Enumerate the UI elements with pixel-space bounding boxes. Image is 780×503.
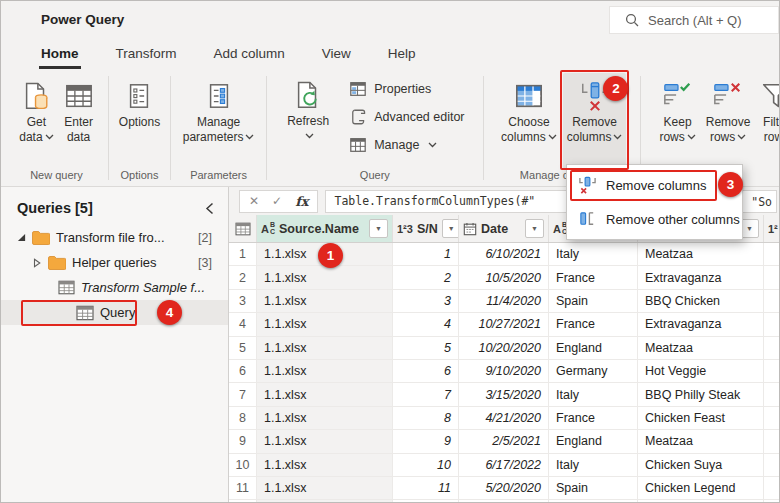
- menu-item-label: Remove columns: [606, 178, 706, 193]
- chevron-down-icon: [687, 134, 696, 140]
- table-cell: England: [549, 337, 638, 359]
- manage-parameters-button[interactable]: Manageparameters: [179, 73, 259, 169]
- table-cell: 1.1.xlsx: [257, 383, 393, 405]
- get-data-button[interactable]: Getdata: [15, 73, 57, 169]
- enter-data-button[interactable]: Enterdata: [60, 73, 98, 169]
- table-cell: [764, 383, 779, 405]
- tree-item-transform-sample[interactable]: Transform Sample f...: [1, 275, 228, 300]
- expanded-arrow-icon[interactable]: [16, 233, 26, 242]
- table-cell: 1.1.xlsx: [257, 337, 393, 359]
- tree-item-label: Transform file fro...: [56, 230, 165, 245]
- remove-other-columns-icon: [578, 210, 597, 229]
- tree-item-query[interactable]: Query 4: [1, 300, 228, 325]
- table-cell: [764, 454, 779, 476]
- table-cell: 1.1.xlsx: [257, 477, 393, 499]
- table-cell: BBQ Chicken: [638, 290, 764, 312]
- filter-icon: [760, 77, 780, 115]
- remove-columns-button[interactable]: Removecolumns 2: [563, 73, 627, 169]
- table-row[interactable]: 41.1.xlsx410/27/2021FranceExtravaganza: [229, 313, 779, 336]
- options-button[interactable]: Options: [115, 73, 164, 169]
- advanced-editor-button[interactable]: Advanced editor: [345, 104, 468, 129]
- tab-view[interactable]: View: [322, 46, 351, 61]
- table-cell: 11: [393, 477, 459, 499]
- table-cell: Meatzaa: [638, 430, 764, 452]
- table-row[interactable]: 101.1.xlsx106/17/2022ItalyChicken Suya: [229, 454, 779, 477]
- table-row[interactable]: 11.1.xlsx16/10/2021ItalyMeatzaa: [229, 243, 779, 266]
- table-cell: [764, 313, 779, 335]
- table-row[interactable]: 91.1.xlsx92/5/2021EnglandMeatzaa: [229, 430, 779, 453]
- properties-button[interactable]: Properties: [345, 76, 468, 101]
- table-cell: 11/4/2020: [459, 290, 549, 312]
- tree-item-label: Transform Sample f...: [81, 280, 205, 295]
- refresh-icon: [293, 76, 323, 114]
- chevron-down-icon: [613, 134, 622, 140]
- table-cell: 10: [393, 454, 459, 476]
- ribbon-group-parameters: Manageparameters Parameters: [171, 68, 266, 186]
- chevron-down-icon: [245, 134, 254, 140]
- tab-transform[interactable]: Transform: [116, 46, 177, 61]
- grid-body: 11.1.xlsx16/10/2021ItalyMeatzaa21.1.xlsx…: [229, 243, 779, 502]
- table-cell: 1: [229, 243, 257, 265]
- tree-item-transform-file-folder[interactable]: Transform file fro... [2]: [1, 225, 228, 250]
- select-all-cell[interactable]: [229, 215, 257, 242]
- table-cell: 2: [393, 266, 459, 288]
- refresh-button[interactable]: Refresh: [281, 76, 335, 169]
- table-cell: Hot Veggie: [638, 360, 764, 382]
- table-row[interactable]: 51.1.xlsx510/20/2020EnglandMeatzaa: [229, 337, 779, 360]
- table-row[interactable]: 31.1.xlsx311/4/2020SpainBBQ Chicken: [229, 290, 779, 313]
- options-icon: [125, 77, 153, 115]
- titlebar: Power Query Search (Alt + Q): [1, 1, 779, 39]
- search-input[interactable]: Search (Alt + Q): [609, 6, 779, 34]
- column-header-extra[interactable]: 1²: [764, 215, 779, 242]
- table-row[interactable]: 111.1.xlsx115/20/2020SpainChicken Legend: [229, 477, 779, 500]
- table-cell: [257, 500, 393, 502]
- table-row[interactable]: [229, 500, 779, 502]
- table-cell: [764, 407, 779, 429]
- ribbon-tabs: Home Transform Add column View Help: [1, 39, 779, 68]
- manage-button[interactable]: Manage: [345, 132, 468, 157]
- cancel-icon[interactable]: ✕: [249, 194, 259, 208]
- column-header-date[interactable]: Date ▼: [459, 215, 549, 242]
- annotation-badge-2: 2: [603, 76, 628, 101]
- table-row[interactable]: 21.1.xlsx210/5/2020FranceExtravaganza: [229, 266, 779, 289]
- table-row[interactable]: 81.1.xlsx84/21/2020FranceChicken Feast: [229, 407, 779, 430]
- table-cell: 10/27/2021: [459, 313, 549, 335]
- menu-item-remove-columns[interactable]: Remove columns 3: [567, 168, 742, 202]
- table-cell: 8: [393, 407, 459, 429]
- filter-dropdown-icon[interactable]: ▼: [442, 219, 459, 238]
- filter-rows-button[interactable]: Filterrows: [756, 73, 780, 186]
- table-cell: Chicken Legend: [638, 477, 764, 499]
- tree-item-label: Helper queries: [72, 255, 157, 270]
- collapse-panel-button[interactable]: [205, 202, 214, 215]
- table-cell: 6/10/2021: [459, 243, 549, 265]
- table-cell: 9/10/2020: [459, 360, 549, 382]
- column-header-sn[interactable]: 1²3 S/N ▼: [393, 215, 459, 242]
- folder-icon: [48, 256, 66, 270]
- choose-columns-button[interactable]: Choosecolumns: [497, 73, 561, 169]
- folder-icon: [32, 231, 50, 245]
- commit-icon[interactable]: ✓: [272, 194, 282, 208]
- filter-dropdown-icon[interactable]: ▼: [525, 219, 544, 238]
- table-cell: [764, 290, 779, 312]
- group-label-options: Options: [109, 169, 170, 186]
- table-cell: 5/20/2020: [459, 477, 549, 499]
- table-row[interactable]: 71.1.xlsx73/15/2020ItalyBBQ Philly Steak: [229, 383, 779, 406]
- table-row[interactable]: 61.1.xlsx69/10/2020GermanyHot Veggie: [229, 360, 779, 383]
- tree-item-helper-queries-folder[interactable]: Helper queries [3]: [1, 250, 228, 275]
- menu-item-remove-other-columns[interactable]: Remove other columns: [567, 202, 742, 236]
- table-icon: [76, 305, 94, 321]
- table-cell: France: [549, 407, 638, 429]
- enter-data-icon: [64, 77, 94, 115]
- tab-home[interactable]: Home: [41, 46, 79, 61]
- formula-text-fragment: "So: [751, 195, 772, 209]
- column-header-source-name[interactable]: ABC Source.Name ▼: [257, 215, 393, 242]
- collapsed-arrow-icon[interactable]: [32, 258, 42, 268]
- table-cell: 10/20/2020: [459, 337, 549, 359]
- app-title: Power Query: [41, 12, 124, 27]
- filter-dropdown-icon[interactable]: ▼: [369, 219, 388, 238]
- tree-item-count: [2]: [198, 231, 228, 245]
- remove-rows-icon: [712, 77, 744, 115]
- table-cell: [764, 266, 779, 288]
- tab-help[interactable]: Help: [388, 46, 416, 61]
- tab-add-column[interactable]: Add column: [214, 46, 285, 61]
